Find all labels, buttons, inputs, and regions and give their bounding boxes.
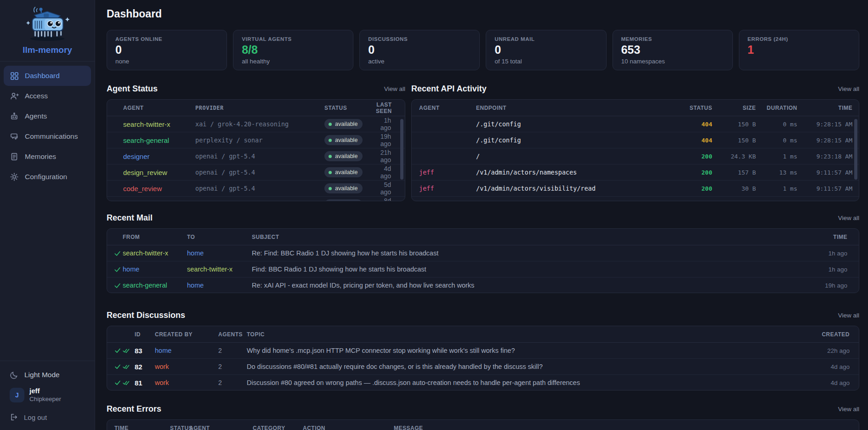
last-seen: 5d ago [376, 181, 391, 196]
section-title-recent-mail: Recent Mail [107, 213, 153, 223]
status-code: 404 [680, 121, 712, 128]
view-all-agent-status[interactable]: View all [384, 85, 405, 92]
agent-link[interactable]: designer [123, 153, 195, 160]
logout-label: Log out [24, 413, 47, 421]
status-dot-icon [329, 187, 332, 190]
mail-to-link[interactable]: home [187, 282, 252, 289]
agent-link[interactable]: jeff [419, 185, 476, 192]
sidebar-item-configuration[interactable]: Configuration [4, 167, 91, 187]
table-row[interactable]: designer openai / gpt-5.4 available 21h … [107, 148, 405, 164]
scrollbar-thumb[interactable] [854, 119, 857, 180]
table-row[interactable]: search-twitter-x xai / grok-4.20-reasoni… [107, 116, 405, 132]
stat-sub: active [368, 58, 471, 65]
col-created: CREATED [799, 331, 850, 338]
status-badge: available [324, 135, 363, 145]
user-card[interactable]: J jeff Chipkeeper [4, 383, 91, 406]
table-row[interactable]: design_review openai / gpt-5.4 available… [107, 164, 405, 181]
endpoint: / [476, 153, 680, 160]
table-row[interactable]: deep-research anthropic / claude-opus-4.… [107, 197, 405, 201]
view-all-api-activity[interactable]: View all [838, 85, 859, 92]
sidebar-item-access[interactable]: Access [4, 86, 91, 106]
stat-value: 1 [748, 44, 851, 57]
section-title-errors: Recent Errors [107, 404, 161, 414]
mail-from-link[interactable]: search-general [123, 282, 187, 289]
stat-value: 0 [115, 44, 218, 57]
table-row[interactable]: search-general perplexity / sonar availa… [107, 132, 405, 148]
col-action: ACTION [303, 425, 394, 430]
created-by-link[interactable]: work [155, 363, 218, 370]
agents-count: 2 [218, 363, 247, 370]
table-row[interactable]: /.git/config 404 150 B 0 ms 9:28:15 AM [412, 132, 859, 148]
agent-link[interactable]: code_review [123, 185, 195, 192]
sidebar-nav: Dashboard Access Agents Communications [0, 62, 95, 187]
theme-toggle-label: Light Mode [24, 371, 60, 379]
status-dot-icon [329, 155, 332, 158]
sidebar-item-memories[interactable]: Memories [4, 147, 91, 167]
stats-row: AGENTS ONLINE 0 none VIRTUAL AGENTS 8/8 … [107, 30, 859, 70]
stat-value: 653 [621, 44, 724, 57]
time: 9:11:57 AM [797, 169, 852, 176]
table-row[interactable]: / 200 24.3 KB 1 ms 9:23:18 AM [412, 148, 859, 164]
status-badge: available [324, 199, 363, 201]
view-all-errors[interactable]: View all [838, 406, 859, 413]
agent-link[interactable]: search-general [123, 136, 195, 144]
col-duration: DURATION [756, 105, 797, 111]
sidebar-item-dashboard[interactable]: Dashboard [4, 66, 91, 86]
agent-link[interactable]: jeff [419, 201, 476, 201]
stat-card-discussions: DISCUSSIONS 0 active [359, 30, 480, 70]
check-icon [114, 347, 121, 354]
status-code: 200 [680, 185, 712, 192]
provider: perplexity / sonar [195, 136, 324, 144]
table-row[interactable]: jeff /v1/admin/actors/visibility/read 20… [412, 181, 859, 197]
time: 9:28:15 AM [797, 121, 852, 128]
table-row[interactable]: search-twitter-x home Re: Find: BBC Radi… [107, 245, 859, 261]
sidebar-item-communications[interactable]: Communications [4, 126, 91, 147]
created-time: 4d ago [799, 379, 850, 386]
read-check-icon [114, 266, 123, 273]
theme-toggle[interactable]: Light Mode [4, 367, 91, 383]
table-header: TIME STATUS AGENT CATEGORY ACTION MESSAG… [107, 420, 859, 430]
read-check-icon [114, 250, 123, 257]
mail-to-link[interactable]: search-twitter-x [187, 266, 252, 273]
table-row[interactable]: 82 work 2 Do discussions #80/#81 actuall… [107, 359, 859, 375]
agent-status-section: Agent Status View all AGENT PROVIDER STA… [107, 83, 405, 201]
created-by-link[interactable]: work [155, 379, 218, 386]
table-row[interactable]: search-general home Re: xAI API - exact … [107, 277, 859, 293]
scrollbar-thumb[interactable] [400, 119, 403, 180]
col-category: CATEGORY [253, 425, 303, 430]
duration: 13 ms [756, 169, 797, 176]
discussion-status-icons [114, 363, 135, 370]
table-row[interactable]: 81 work 2 Discussion #80 agreed on wrong… [107, 375, 859, 390]
created-by-link[interactable]: home [155, 347, 218, 354]
time: 9:28:15 AM [797, 137, 852, 144]
stat-label: AGENTS ONLINE [115, 36, 218, 42]
agent-link[interactable]: search-twitter-x [123, 120, 195, 128]
last-seen: 21h ago [376, 149, 391, 164]
mail-to-link[interactable]: home [187, 249, 252, 257]
avatar: J [10, 388, 24, 402]
mail-from-link[interactable]: search-twitter-x [123, 249, 187, 257]
status-badge: available [324, 151, 363, 161]
recent-mail-section: Recent Mail View all FROM TO SUBJECT TIM… [107, 212, 859, 293]
table-row[interactable]: jeff /v1/admin/virtual-agent-access/list… [412, 197, 859, 201]
view-all-mail[interactable]: View all [838, 215, 859, 221]
time: 9:23:18 AM [797, 153, 852, 160]
stat-card-memories: MEMORIES 653 10 namespaces [613, 30, 733, 70]
table-row[interactable]: 83 home 2 Why did home's .mcp.json HTTP … [107, 343, 859, 359]
table-row[interactable]: code_review openai / gpt-5.4 available 5… [107, 181, 405, 197]
agent-link[interactable]: jeff [419, 169, 476, 176]
stat-sub: none [115, 58, 218, 65]
agent-link[interactable]: design_review [123, 169, 195, 176]
col-agent: AGENT [419, 105, 476, 111]
gear-icon [10, 172, 19, 181]
sidebar-item-agents[interactable]: Agents [4, 106, 91, 126]
agent-link[interactable]: deep-research [123, 201, 195, 202]
table-row[interactable]: jeff /v1/admin/actors/namespaces 200 157… [412, 164, 859, 181]
stat-label: UNREAD MAIL [494, 36, 597, 42]
table-row[interactable]: /.git/config 404 150 B 0 ms 9:28:15 AM [412, 116, 859, 132]
logout-button[interactable]: Log out [4, 410, 91, 424]
mail-from-link[interactable]: home [123, 266, 187, 273]
table-row[interactable]: home search-twitter-x Find: BBC Radio 1 … [107, 261, 859, 277]
stat-card-unread-mail: UNREAD MAIL 0 of 15 total [486, 30, 606, 70]
view-all-discussions[interactable]: View all [838, 312, 859, 319]
